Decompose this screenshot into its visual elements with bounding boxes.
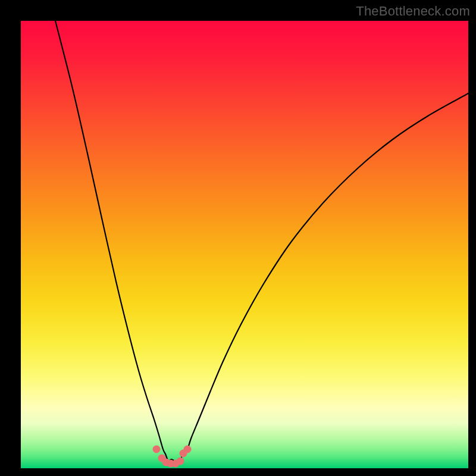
plot-area (21, 21, 468, 468)
curve-layer (21, 21, 468, 468)
bottleneck-curve (55, 21, 468, 461)
curve-dot (184, 446, 192, 453)
curve-dot (153, 446, 161, 453)
watermark-text: TheBottleneck.com (356, 4, 470, 19)
curve-dot (177, 458, 184, 465)
curve-dots (153, 446, 192, 468)
chart-container: TheBottleneck.com (0, 0, 476, 476)
